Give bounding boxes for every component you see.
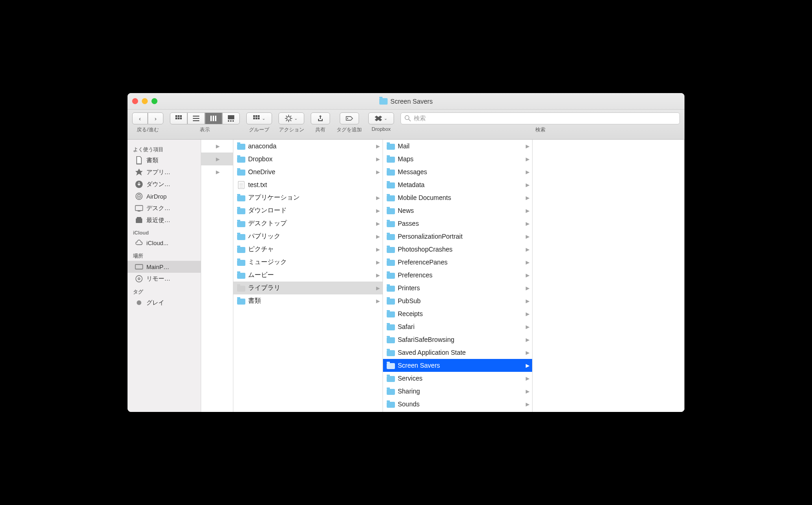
- list-item[interactable]: anaconda▶: [233, 140, 383, 153]
- svg-rect-17: [255, 115, 257, 117]
- item-label: Messages: [398, 168, 427, 176]
- list-item[interactable]: OneDrive▶: [233, 165, 383, 178]
- chevron-right-icon: ▶: [216, 156, 220, 162]
- sidebar-mainp[interactable]: MainP…: [128, 261, 201, 273]
- list-item[interactable]: Services▶: [383, 372, 532, 385]
- svg-rect-31: [136, 218, 142, 223]
- sidebar-desktop[interactable]: デスク…: [128, 202, 201, 214]
- chevron-right-icon: ▶: [526, 311, 529, 317]
- list-item[interactable]: ムービー▶: [233, 269, 383, 282]
- list-item[interactable]: Mobile Documents▶: [383, 191, 532, 204]
- list-item[interactable]: SafariSafeBrowsing▶: [383, 333, 532, 346]
- list-item[interactable]: パブリック▶: [233, 230, 383, 243]
- column-3: Mail▶Maps▶Messages▶Metadata▶Mobile Docum…: [383, 140, 533, 412]
- sidebar-icloud[interactable]: iCloud...: [128, 237, 201, 249]
- list-item[interactable]: Sharing▶: [383, 385, 532, 398]
- list-item[interactable]: Screen Savers▶: [383, 359, 532, 372]
- list-item[interactable]: ピクチャ▶: [233, 243, 383, 256]
- dropbox-button[interactable]: ⌄: [368, 112, 394, 124]
- view-gallery-button[interactable]: [222, 112, 240, 124]
- list-item[interactable]: Maps▶: [383, 153, 532, 165]
- item-label: Services: [398, 375, 423, 382]
- sidebar-recents[interactable]: 最近使…: [128, 214, 201, 226]
- recents-icon: [135, 216, 143, 224]
- tags-button[interactable]: [340, 112, 359, 124]
- list-item[interactable]: Dropbox▶: [233, 153, 383, 165]
- item-label: ダウンロード: [248, 206, 287, 215]
- share-button[interactable]: [311, 112, 330, 124]
- list-item[interactable]: Metadata▶: [383, 178, 532, 191]
- svg-rect-6: [193, 116, 199, 117]
- chevron-right-icon: ▶: [216, 143, 220, 149]
- list-item[interactable]: Sounds▶: [383, 398, 532, 411]
- group-button[interactable]: ⌄: [246, 112, 272, 124]
- list-item[interactable]: Messages▶: [383, 165, 532, 178]
- list-item[interactable]: PubSub▶: [383, 294, 532, 307]
- chevron-right-icon: ▶: [526, 298, 529, 304]
- svg-rect-18: [258, 115, 260, 117]
- list-item[interactable]: ▶: [201, 140, 233, 153]
- computer-icon: [135, 263, 143, 271]
- list-item[interactable]: アプリケーション▶: [233, 191, 383, 204]
- sidebar-remote[interactable]: リモー…: [128, 273, 201, 285]
- view-list-button[interactable]: [187, 112, 205, 124]
- forward-button[interactable]: ›: [148, 112, 163, 124]
- svg-rect-16: [253, 115, 255, 117]
- chevron-right-icon: ▶: [376, 234, 380, 240]
- list-item[interactable]: PreferencePanes▶: [383, 256, 532, 269]
- item-label: ライブラリ: [248, 284, 280, 292]
- item-label: Safari: [398, 323, 415, 330]
- svg-rect-32: [137, 217, 141, 219]
- svg-rect-1: [178, 115, 180, 117]
- sidebar-applications[interactable]: アプリ…: [128, 166, 201, 178]
- item-label: Sharing: [398, 388, 420, 395]
- sidebar-downloads[interactable]: ダウン…: [128, 178, 201, 190]
- svg-rect-13: [228, 120, 229, 122]
- item-label: ピクチャ: [248, 245, 274, 253]
- svg-rect-21: [258, 117, 260, 119]
- icloud-header: iCloud: [128, 226, 201, 237]
- chevron-right-icon: ▶: [526, 234, 529, 240]
- list-item[interactable]: デスクトップ▶: [233, 217, 383, 230]
- list-item[interactable]: ダウンロード▶: [233, 204, 383, 217]
- list-item[interactable]: ▶: [201, 153, 233, 165]
- back-button[interactable]: ‹: [132, 112, 148, 124]
- app-icon: [135, 168, 143, 176]
- view-column-button[interactable]: [205, 112, 222, 124]
- list-item[interactable]: test.txt: [233, 178, 383, 191]
- sidebar-tag-grey[interactable]: グレイ: [128, 297, 201, 309]
- chevron-right-icon: ▶: [376, 143, 380, 149]
- column-4: [533, 140, 684, 412]
- chevron-right-icon: ▶: [526, 182, 529, 188]
- list-item[interactable]: Receipts▶: [383, 307, 532, 320]
- list-item[interactable]: Passes▶: [383, 217, 532, 230]
- svg-rect-3: [175, 117, 177, 119]
- chevron-right-icon: ▶: [376, 208, 380, 214]
- svg-point-36: [137, 300, 141, 305]
- list-item[interactable]: ▶: [201, 165, 233, 178]
- svg-point-22: [287, 117, 290, 120]
- list-item[interactable]: Safari▶: [383, 320, 532, 333]
- svg-rect-5: [180, 117, 182, 119]
- svg-rect-14: [230, 120, 232, 122]
- list-item[interactable]: ライブラリ▶: [233, 282, 383, 294]
- list-item[interactable]: PersonalizationPortrait▶: [383, 230, 532, 243]
- list-item[interactable]: News▶: [383, 204, 532, 217]
- list-item[interactable]: 書類▶: [233, 294, 383, 307]
- list-item[interactable]: PhotoshopCrashes▶: [383, 243, 532, 256]
- sidebar-airdrop[interactable]: AirDrop: [128, 190, 201, 202]
- search-field[interactable]: 検索: [400, 112, 680, 124]
- item-label: Screen Savers: [398, 362, 440, 369]
- action-button[interactable]: ⌄: [278, 112, 304, 124]
- list-item[interactable]: ミュージック▶: [233, 256, 383, 269]
- view-icon-button[interactable]: [170, 112, 187, 124]
- sidebar-documents[interactable]: 書類: [128, 154, 201, 166]
- list-item[interactable]: Mail▶: [383, 140, 532, 153]
- tag-dot-icon: [135, 299, 143, 307]
- cloud-icon: [135, 239, 143, 247]
- toolbar: ‹ › 戻る/進む 表示 ⌄ グループ ⌄ アクション 共有: [128, 110, 684, 140]
- list-item[interactable]: Preferences▶: [383, 269, 532, 282]
- list-item[interactable]: Printers▶: [383, 282, 532, 294]
- list-item[interactable]: Saved Application State▶: [383, 346, 532, 359]
- chevron-right-icon: ▶: [526, 221, 529, 227]
